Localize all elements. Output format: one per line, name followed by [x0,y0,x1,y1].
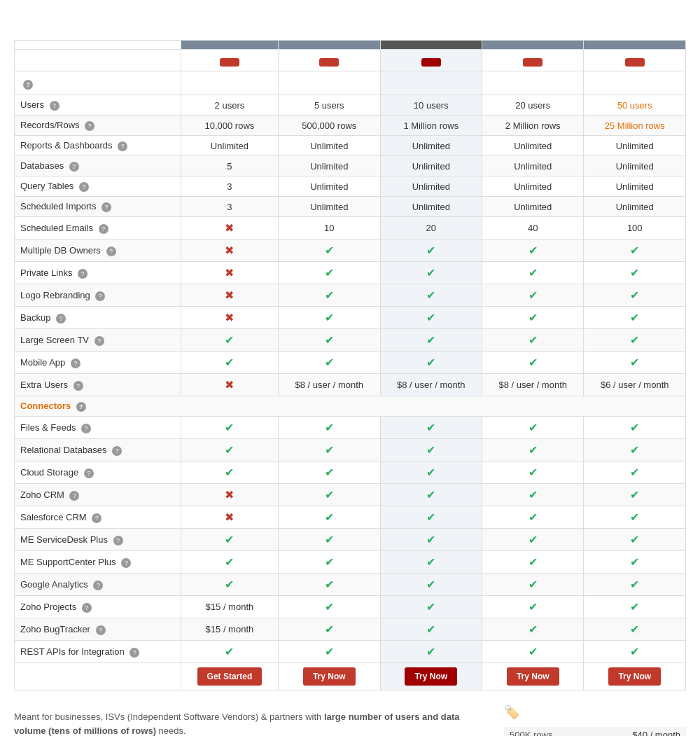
feature-value: ✔ [279,529,380,551]
feature-value: Unlimited [279,156,380,176]
feature-value: ✔ [181,641,278,663]
table-row: Private Links ?✖✔✔✔✔ [15,262,686,284]
feature-label: ME SupportCenter Plus ? [15,551,181,574]
bottom-professional-try-now-button[interactable]: Try Now [405,667,457,686]
feature-help-icon[interactable]: ? [118,141,127,151]
bottom-free-get-started-button[interactable]: Get Started [197,667,262,686]
feature-label: Multiple DB Owners ? [15,239,181,262]
feature-help-icon[interactable]: ? [112,446,122,456]
feature-name: Query Tables [20,181,74,191]
bottom-pro-plus-try-now-button[interactable]: Try Now [507,667,559,686]
feature-value: ✔ [279,439,380,461]
feature-name: Zoho CRM [20,489,64,500]
table-row: Logo Rebranding ?✖✔✔✔✔ [15,284,686,307]
feature-name: Multiple DB Owners [20,245,101,256]
feature-value: ✔ [380,329,482,352]
feature-value: ✖ [181,284,278,307]
feature-help-icon[interactable]: ? [84,468,94,478]
enterprise-try-now-button[interactable] [625,58,645,67]
feature-help-icon[interactable]: ? [95,291,105,301]
feature-label: Databases ? [15,156,181,176]
feature-name: Reports & Dashboards [20,140,113,151]
feature-help-icon[interactable]: ? [74,381,83,391]
feature-help-icon[interactable]: ? [71,359,80,368]
table-row: Extra Users ?✖$8 / user / month$8 / user… [15,374,686,396]
feature-help-icon[interactable]: ? [102,202,111,212]
feature-value: ✔ [584,574,686,596]
feature-help-icon[interactable]: ? [113,536,123,546]
feature-label: Zoho CRM ? [15,484,181,506]
feature-help-icon[interactable]: ? [78,269,88,279]
feature-value: 10,000 rows [181,116,278,136]
feature-value: ✔ [181,529,278,551]
feature-name: Scheduled Emails [20,223,93,233]
feature-label: Records/Rows ? [15,116,181,136]
addon-label: 500K rows [504,727,600,736]
professional-try-now-button[interactable] [421,58,441,67]
pro-plus-cta-cell [482,50,584,71]
feature-name: Mobile App [20,357,65,368]
feature-help-icon[interactable]: ? [121,558,131,568]
table-row: Multiple DB Owners ?✖✔✔✔✔ [15,239,686,262]
cost-row: ? [15,71,686,95]
feature-help-icon[interactable]: ? [96,625,106,635]
feature-value: Unlimited [380,156,482,176]
feature-help-icon[interactable]: ? [106,247,116,256]
feature-value: ✔ [584,439,686,461]
feature-value: ✔ [482,461,584,484]
feature-help-icon[interactable]: ? [79,182,89,192]
feature-value: ✖ [181,217,278,239]
free-get-started-button[interactable] [220,58,239,67]
feature-help-icon[interactable]: ? [93,581,103,590]
feature-help-icon[interactable]: ? [82,603,92,613]
feature-value: Unlimited [584,156,686,176]
feature-value: ✔ [482,307,584,329]
feature-label: Backup ? [15,307,181,329]
bottom-free-cta: Get Started [181,663,278,690]
feature-help-icon[interactable]: ? [85,121,94,131]
feature-label: Relational Databases ? [15,439,181,461]
feature-value: Unlimited [380,176,482,197]
feature-help-icon[interactable]: ? [99,224,108,234]
feature-value: ✔ [380,484,482,506]
bottom-standard-cta: Try Now [279,663,380,690]
feature-help-icon[interactable]: ? [81,424,91,433]
cost-help-icon[interactable]: ? [23,80,33,90]
bottom-standard-try-now-button[interactable]: Try Now [303,667,356,686]
feature-name: ME ServiceDesk Plus [20,534,108,545]
feature-value: 20 users [482,95,584,116]
feature-value: ✔ [380,596,482,618]
feature-value: $15 / month [181,596,278,618]
feature-help-icon[interactable]: ? [56,314,66,324]
feature-help-icon[interactable]: ? [69,162,79,172]
feature-help-icon[interactable]: ? [92,513,102,523]
feature-value: 50 users [584,95,686,116]
feature-value: 25 Million rows [584,116,686,136]
feature-value: ✔ [584,417,686,439]
feature-value: ✔ [482,417,584,439]
feature-label: ME ServiceDesk Plus ? [15,529,181,551]
professional-plus-try-now-button[interactable] [523,58,542,67]
feature-help-icon[interactable]: ? [94,336,104,346]
feature-help-icon[interactable]: ? [50,101,59,111]
feature-value: Unlimited [584,197,686,217]
bottom-enterprise-try-now-button[interactable]: Try Now [608,667,661,686]
custom-plan-description: Meant for businesses, ISVs (Independent … [14,710,490,736]
connectors-help-icon[interactable]: ? [76,402,86,412]
feature-value: ✔ [279,574,380,596]
table-row: Query Tables ?3UnlimitedUnlimitedUnlimit… [15,176,686,197]
feature-name: Private Links [20,268,72,278]
cta-row [15,50,686,71]
feature-help-icon[interactable]: ? [130,648,139,658]
feature-label: Logo Rebranding ? [15,284,181,307]
feature-value: Unlimited [482,176,584,197]
connectors-section-header: Connectors ? [15,396,686,417]
feature-label: Cloud Storage ? [15,461,181,484]
feature-help-icon[interactable]: ? [69,491,79,501]
professional-cost [380,71,482,95]
feature-value: ✔ [482,352,584,374]
pricing-page: ? Users ?2 users5 users10 users20 users5… [0,0,700,736]
bottom-professional-cta: Try Now [380,663,482,690]
standard-try-now-button[interactable] [319,58,339,67]
feature-value: ✖ [181,262,278,284]
